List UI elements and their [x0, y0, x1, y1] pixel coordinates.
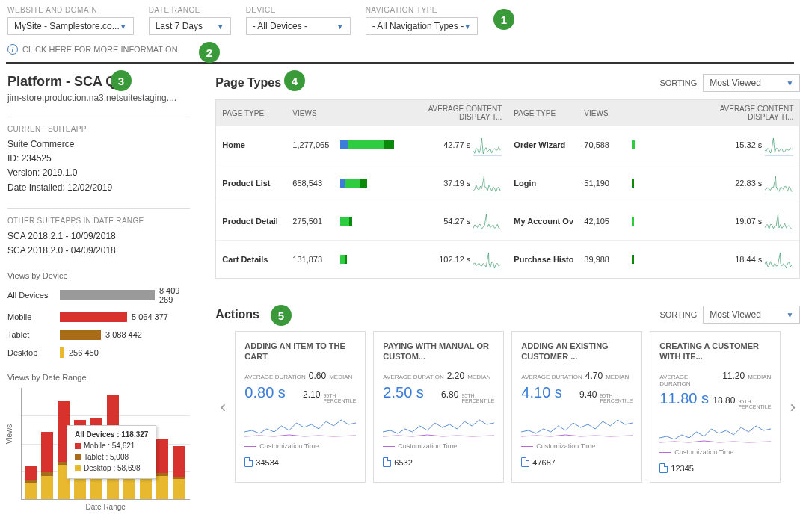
- sidebar: Platform - SCA QA jim-store.production.n…: [0, 64, 197, 519]
- pagetype-row[interactable]: Purchase Histo 39,988 18.44 s: [508, 240, 799, 278]
- pt-views: 275,501: [292, 217, 337, 226]
- vdr-tooltip-title: All Devices : 118,327: [75, 430, 148, 439]
- filter-daterange-dropdown[interactable]: Last 7 Days ▼: [149, 17, 231, 35]
- vbd-row: Mobile 5 064 377: [7, 312, 190, 322]
- avg-duration-value: 0.60: [309, 371, 326, 381]
- pagetype-row[interactable]: Login 51,190 22.83 s: [508, 164, 799, 202]
- vdr-bar-column: [156, 439, 168, 499]
- pt-time: 54.27 s: [410, 217, 470, 226]
- sort-label: SORTING: [659, 78, 697, 87]
- views-by-daterange-head: Views by Date Range: [7, 373, 190, 382]
- vdr-xlabel: Date Range: [21, 503, 190, 511]
- col-pagetype: PAGE TYPE: [222, 109, 289, 117]
- info-link-text: CLICK HERE FOR MORE INFORMATION: [22, 45, 178, 54]
- other-suiteapps-head: OTHER SUITEAPPS IN DATE RANGE: [7, 217, 190, 225]
- pt-sparkline: [765, 248, 793, 270]
- actions-sort-dropdown[interactable]: Most Viewed ▼: [703, 306, 800, 324]
- pt-time: 22.83 s: [702, 179, 762, 188]
- median-label: MEDIAN: [467, 374, 490, 380]
- callout-2: 2: [199, 42, 220, 63]
- card-sparkline: [244, 409, 356, 439]
- chevron-down-icon: ▼: [217, 22, 224, 31]
- card-count: 34534: [256, 458, 279, 467]
- pt-sparkline: [473, 172, 502, 194]
- card-legend: Customization Time: [244, 442, 356, 450]
- pct-value: 2.10: [303, 389, 320, 400]
- pagetype-row[interactable]: My Account Ov 42,105 19.07 s: [508, 202, 799, 240]
- chevron-down-icon: ▼: [786, 311, 793, 319]
- vdr-bar-column: [173, 446, 185, 499]
- sort-label: SORTING: [659, 310, 697, 319]
- card-big-value: 4.10 s: [521, 384, 561, 401]
- pct-value: 6.80: [441, 389, 458, 400]
- actions-sort-value: Most Viewed: [710, 309, 760, 320]
- action-card[interactable]: PAYING WITH MANUAL OR CUSTOM... AVERAGE …: [373, 331, 504, 483]
- callout-3: 3: [111, 70, 132, 91]
- pagetype-row[interactable]: Cart Details 131,873 102.12 s: [216, 240, 508, 278]
- vbd-row: Tablet 3 088 442: [7, 330, 190, 340]
- other-suiteapp-row: SCA 2018.2.1 - 10/09/2018: [7, 229, 190, 244]
- vbd-label: Tablet: [7, 330, 60, 339]
- action-card[interactable]: ADDING AN EXISTING CUSTOMER ... AVERAGE …: [511, 331, 642, 483]
- col-views: VIEWS: [584, 109, 699, 117]
- pt-page: Cart Details: [222, 255, 289, 264]
- col-avgtime: AVERAGE CONTENT DISPLAY TI...: [702, 105, 793, 121]
- pagetypes-sort-dropdown[interactable]: Most Viewed ▼: [703, 74, 800, 92]
- vbd-label: Mobile: [7, 312, 60, 321]
- card-title: ADDING AN ITEM TO THE CART: [244, 341, 356, 363]
- filter-device-label: DEVICE: [246, 6, 351, 14]
- other-suiteapp-row: SCA 2018.2.0 - 04/09/2018: [7, 244, 190, 258]
- card-big-value: 11.80 s: [659, 390, 709, 407]
- pt-time: 19.07 s: [702, 217, 762, 226]
- pct-label: 95THPERCENTILE: [461, 393, 494, 403]
- card-legend: Customization Time: [659, 448, 771, 456]
- pt-minibar: [632, 179, 699, 188]
- pt-page: Product List: [222, 179, 289, 188]
- card-sparkline: [659, 415, 771, 445]
- vdr-tooltip-tablet: Tablet : 5,008: [84, 451, 129, 463]
- filter-device-dropdown[interactable]: - All Devices - ▼: [246, 17, 351, 35]
- avg-duration-value: 11.20: [722, 371, 745, 381]
- filter-daterange-label: DATE RANGE: [149, 6, 231, 14]
- vbd-value: 5 064 377: [132, 312, 168, 321]
- vbd-label: Desktop: [7, 348, 60, 357]
- chevron-right-icon[interactable]: ›: [785, 398, 800, 417]
- filter-daterange-value: Last 7 Days: [156, 21, 203, 31]
- pt-page: Home: [222, 140, 289, 149]
- pagetype-row[interactable]: Order Wizard 70,588 15.32 s: [508, 126, 799, 164]
- current-suiteapp-version: Version: 2019.1.0: [7, 166, 190, 180]
- pct-label: 95THPERCENTILE: [600, 393, 633, 403]
- pagetypes-table: PAGE TYPE VIEWS AVERAGE CONTENT DISPLAY …: [215, 99, 800, 279]
- chevron-down-icon: ▼: [120, 22, 127, 31]
- vbd-bar: [60, 312, 127, 322]
- filter-navtype-dropdown[interactable]: - All Navigation Types - ▼: [366, 17, 478, 35]
- filter-website-dropdown[interactable]: MySite - Samplestore.co... ▼: [7, 17, 134, 35]
- card-big-value: 2.50 s: [383, 384, 423, 401]
- avg-duration-label: AVERAGE DURATION: [244, 374, 306, 380]
- action-card[interactable]: CREATING A CUSTOMER WITH ITE... AVERAGE …: [650, 331, 781, 483]
- action-card[interactable]: ADDING AN ITEM TO THE CART AVERAGE DURAT…: [235, 331, 366, 483]
- pt-minibar: [632, 255, 699, 264]
- pagetype-row[interactable]: Product Detail 275,501 54.27 s: [216, 202, 508, 240]
- vbd-row: All Devices 8 409 269: [7, 286, 190, 304]
- pt-views: 70,588: [584, 140, 629, 149]
- pt-page: Login: [514, 179, 581, 188]
- col-avgtime: AVERAGE CONTENT DISPLAY T...: [410, 105, 502, 121]
- pt-page: Product Detail: [222, 217, 289, 226]
- pt-sparkline: [473, 248, 502, 270]
- vbd-value: 256 450: [69, 348, 99, 357]
- pagetype-row[interactable]: Home 1,277,065 42.77 s: [216, 126, 508, 164]
- vbd-row: Desktop 256 450: [7, 347, 190, 358]
- current-suiteapp-head: CURRENT SUITEAPP: [7, 125, 190, 133]
- pt-minibar: [340, 179, 407, 188]
- pt-views: 51,190: [584, 179, 629, 188]
- pagetype-row[interactable]: Product List 658,543 37.19 s: [216, 164, 508, 202]
- card-sparkline: [383, 409, 494, 439]
- pt-minibar: [632, 217, 699, 226]
- chevron-left-icon[interactable]: ‹: [215, 398, 230, 417]
- pt-time: 42.77 s: [410, 140, 470, 149]
- chevron-down-icon: ▼: [786, 79, 793, 87]
- info-link-row[interactable]: i CLICK HERE FOR MORE INFORMATION: [0, 44, 800, 62]
- views-by-device-head: Views by Device: [7, 271, 190, 280]
- pt-minibar: [340, 255, 407, 264]
